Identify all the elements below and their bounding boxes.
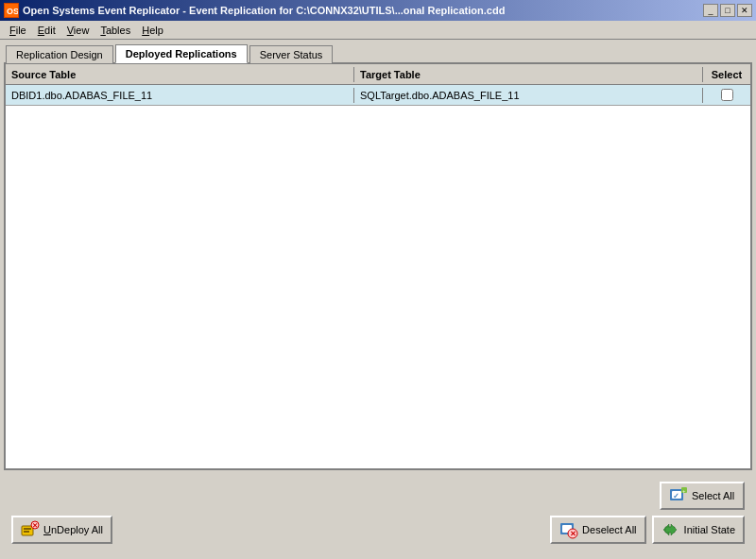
initial-state-button[interactable]: Initial State [652,516,745,544]
close-button[interactable]: ✕ [737,4,752,17]
deselect-icon: ✕ [559,520,578,539]
top-button-row: ✓ + Select All [11,482,745,510]
row-source-value: DBID1.dbo.ADABAS_FILE_11 [6,88,354,103]
select-checkbox[interactable] [721,89,733,101]
select-all-label: Select All [692,490,734,501]
tab-replication-design[interactable]: Replication Design [6,45,113,63]
bottom-button-row: ✕ UnDeploy All ✕ [11,516,745,544]
select-all-icon: ✓ + [669,486,688,505]
right-buttons-bottom: ✕ Deselect All Initial State [550,516,745,544]
table-header: Source Table Target Table Select [6,64,750,85]
menu-help[interactable]: Help [136,23,169,38]
undeploy-all-label: UnDeploy All [43,524,103,535]
svg-text:✓: ✓ [673,492,679,500]
svg-text:OS: OS [7,7,18,16]
initial-state-label: Initial State [684,524,735,535]
svg-rect-9 [24,531,29,533]
row-target-value: SQLTarget.dbo.ADABAS_FILE_11 [354,88,703,103]
col-source-header: Source Table [6,67,354,82]
deselect-all-button[interactable]: ✕ Deselect All [550,516,645,544]
col-target-header: Target Table [354,67,703,82]
table-row: DBID1.dbo.ADABAS_FILE_11 SQLTarget.dbo.A… [6,85,750,106]
initial-state-icon [662,520,680,539]
select-all-button[interactable]: ✓ + Select All [660,482,745,510]
tab-server-status[interactable]: Server Status [249,45,334,63]
tab-deployed-replications[interactable]: Deployed Replications [115,44,248,63]
maximize-button[interactable]: □ [720,4,735,17]
menu-edit[interactable]: Edit [32,23,61,38]
content-panel: Source Table Target Table Select DBID1.d… [4,62,752,470]
menu-tables[interactable]: Tables [94,23,136,38]
menu-file[interactable]: File [4,23,32,38]
table-body: DBID1.dbo.ADABAS_FILE_11 SQLTarget.dbo.A… [6,85,750,468]
svg-text:✕: ✕ [32,522,38,529]
tab-bar: Replication Design Deployed Replications… [4,43,752,62]
row-select-checkbox[interactable] [703,89,750,101]
title-bar: OS Open Systems Event Replicator - Event… [0,0,756,21]
menu-bar: File Edit View Tables Help [0,21,756,40]
svg-text:+: + [682,488,686,494]
svg-rect-8 [24,528,31,530]
col-select-header: Select [703,67,750,82]
main-window: Replication Design Deployed Replications… [0,40,756,559]
undeploy-icon: ✕ [21,520,40,539]
undeploy-all-button[interactable]: ✕ UnDeploy All [11,516,112,544]
undeploy-underline: U [43,524,51,535]
minimize-button[interactable]: _ [703,4,718,17]
svg-marker-17 [665,524,677,535]
window-title: Open Systems Event Replicator - Event Re… [23,5,505,16]
menu-view[interactable]: View [61,23,95,38]
deselect-all-label: Deselect All [582,524,636,535]
right-buttons-top: ✓ + Select All [660,482,745,510]
window-controls: _ □ ✕ [703,4,752,17]
app-icon: OS [4,3,19,18]
svg-text:✕: ✕ [570,530,576,538]
bottom-area: ✓ + Select All [4,470,752,555]
